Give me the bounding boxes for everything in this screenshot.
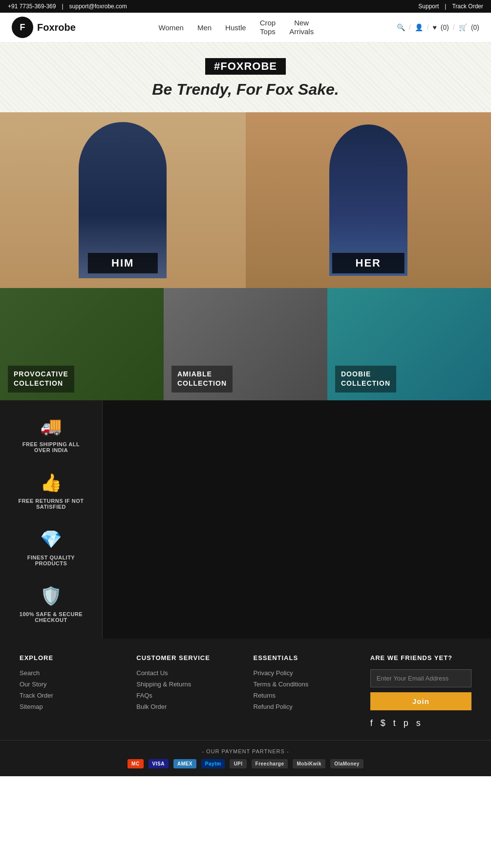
features-list: 🚚 FREE SHIPPING ALLOVER INDIA 👍 FREE RET…	[0, 400, 103, 639]
quality-icon: 💎	[40, 529, 62, 550]
collection-provocative-label: PROVOCATIVECOLLECTION	[8, 366, 74, 393]
footer-essentials: ESSENTIALS Privacy Policy Terms & Condit…	[246, 654, 363, 728]
join-button[interactable]: Join	[370, 692, 471, 710]
footer-link-bulk-order[interactable]: Bulk Order	[136, 703, 237, 710]
hero-section: #FOXROBE Be Trendy, For Fox Sake.	[0, 42, 491, 112]
payment-logos: MC VISA AMEX Paytm UPI Freecharge MobiKw…	[8, 759, 483, 768]
track-order-link[interactable]: Track Order	[452, 3, 483, 10]
explore-title: EXPLORE	[20, 654, 121, 661]
payment-upi: UPI	[230, 759, 246, 768]
pinterest-icon[interactable]: p	[404, 718, 408, 728]
email-input[interactable]	[370, 669, 471, 687]
collection-provocative[interactable]: PROVOCATIVECOLLECTION	[0, 288, 164, 400]
secure-label: 100% SAFE & SECURECHECKOUT	[20, 611, 83, 623]
essentials-title: ESSENTIALS	[254, 654, 355, 661]
payment-mobikwik: MobiKwik	[293, 759, 325, 768]
features-right-bg	[103, 400, 491, 639]
footer-link-track-order[interactable]: Track Order	[20, 692, 121, 699]
top-bar-divider: |	[62, 3, 63, 10]
returns-label: FREE RETURNS IF NOTSATISFIED	[18, 498, 84, 510]
friends-title: ARE WE FRIENDS YET?	[370, 654, 471, 661]
feature-returns: 👍 FREE RETURNS IF NOTSATISFIED	[18, 473, 84, 510]
search-icon[interactable]: 🔍	[397, 23, 405, 31]
collections-section: PROVOCATIVECOLLECTION AMIABLECOLLECTION …	[0, 288, 491, 400]
customer-service-title: CUSTOMER SERVICE	[136, 654, 237, 661]
logo[interactable]: F Foxrobe	[12, 17, 76, 38]
collection-amiable-label: AMIABLECOLLECTION	[171, 366, 233, 393]
feature-quality: 💎 FINEST QUALITYPRODUCTS	[27, 529, 75, 566]
header: F Foxrobe Women Men Hustle Crop Tops New…	[0, 13, 491, 42]
footer-link-returns[interactable]: Returns	[254, 692, 355, 699]
feature-secure: 🛡️ 100% SAFE & SECURECHECKOUT	[20, 586, 83, 623]
cart-count: (0)	[471, 23, 479, 31]
collection-doobie[interactable]: DOOBIECOLLECTION	[327, 288, 491, 400]
nav-men[interactable]: Men	[197, 23, 212, 32]
him-panel[interactable]: HIM	[0, 112, 246, 288]
footer-link-sitemap[interactable]: Sitemap	[20, 703, 121, 710]
logo-icon: F	[12, 17, 33, 38]
facebook-icon[interactable]: f	[370, 718, 373, 728]
collection-amiable[interactable]: AMIABLECOLLECTION	[164, 288, 327, 400]
cart-icon[interactable]: 🛒	[459, 23, 467, 31]
instagram-icon[interactable]: $	[381, 718, 385, 728]
brand-name: Foxrobe	[37, 22, 76, 33]
hero-subtitle: Be Trendy, For Fox Sake.	[8, 81, 483, 99]
twitter-icon[interactable]: t	[393, 718, 396, 728]
support-email[interactable]: support@foxrobe.com	[69, 3, 127, 10]
payment-visa: VISA	[149, 759, 169, 768]
top-bar-right: Support | Track Order	[418, 3, 483, 10]
shipping-icon: 🚚	[40, 416, 62, 436]
nav-crop-tops[interactable]: Crop Tops	[260, 19, 276, 36]
footer-link-terms[interactable]: Terms & Conditions	[254, 681, 355, 688]
payment-olamoney: OlaMoney	[330, 759, 363, 768]
shipping-label: FREE SHIPPING ALLOVER INDIA	[22, 441, 80, 453]
him-her-section: HIM HER	[0, 112, 491, 288]
footer-link-search[interactable]: Search	[20, 669, 121, 677]
her-panel[interactable]: HER	[246, 112, 491, 288]
support-link[interactable]: Support	[418, 3, 439, 10]
payment-title: - OUR PAYMENT PARTNERS -	[8, 748, 483, 754]
footer-link-our-story[interactable]: Our Story	[20, 681, 121, 688]
returns-icon: 👍	[40, 473, 62, 493]
payment-section: - OUR PAYMENT PARTNERS - MC VISA AMEX Pa…	[0, 740, 491, 776]
feature-shipping: 🚚 FREE SHIPPING ALLOVER INDIA	[22, 416, 80, 453]
footer-link-faqs[interactable]: FAQs	[136, 692, 237, 699]
social-icons: f $ t p s	[370, 718, 471, 728]
main-nav: Women Men Hustle Crop Tops New Arrivals	[91, 19, 381, 36]
quality-label: FINEST QUALITYPRODUCTS	[27, 555, 75, 566]
footer-link-shipping-returns[interactable]: Shipping & Returns	[136, 681, 237, 688]
nav-women[interactable]: Women	[159, 23, 184, 32]
footer-top: EXPLORE Search Our Story Track Order Sit…	[0, 639, 491, 740]
nav-hustle[interactable]: Hustle	[225, 23, 246, 32]
payment-mastercard: MC	[128, 759, 144, 768]
header-icons: 🔍 / 👤 / ♥ (0) / 🛒 (0)	[397, 23, 479, 31]
footer-link-refund-policy[interactable]: Refund Policy	[254, 703, 355, 710]
phone-number: +91 7735-369-369	[8, 3, 56, 10]
wishlist-count: (0)	[441, 23, 449, 31]
footer-link-contact-us[interactable]: Contact Us	[136, 669, 237, 677]
payment-freecharge: Freecharge	[252, 759, 288, 768]
her-label: HER	[332, 253, 405, 273]
footer-friends: ARE WE FRIENDS YET? Join f $ t p s	[363, 654, 479, 728]
top-bar: +91 7735-369-369 | support@foxrobe.com S…	[0, 0, 491, 13]
hero-hashtag: #FOXROBE	[205, 58, 286, 75]
footer-explore: EXPLORE Search Our Story Track Order Sit…	[12, 654, 128, 728]
secure-icon: 🛡️	[40, 586, 62, 606]
payment-amex: AMEX	[173, 759, 196, 768]
payment-paytm: Paytm	[201, 759, 225, 768]
wishlist-icon[interactable]: ♥	[433, 23, 437, 31]
top-bar-left: +91 7735-369-369 | support@foxrobe.com	[8, 3, 127, 10]
him-label: HIM	[88, 253, 157, 273]
footer-customer-service: CUSTOMER SERVICE Contact Us Shipping & R…	[128, 654, 245, 728]
snapchat-icon[interactable]: s	[416, 718, 421, 728]
features-section: 🚚 FREE SHIPPING ALLOVER INDIA 👍 FREE RET…	[0, 400, 491, 639]
nav-new-arrivals[interactable]: New Arrivals	[289, 19, 314, 36]
collection-doobie-label: DOOBIECOLLECTION	[335, 366, 396, 393]
account-icon[interactable]: 👤	[415, 23, 423, 31]
footer-link-privacy-policy[interactable]: Privacy Policy	[254, 669, 355, 677]
